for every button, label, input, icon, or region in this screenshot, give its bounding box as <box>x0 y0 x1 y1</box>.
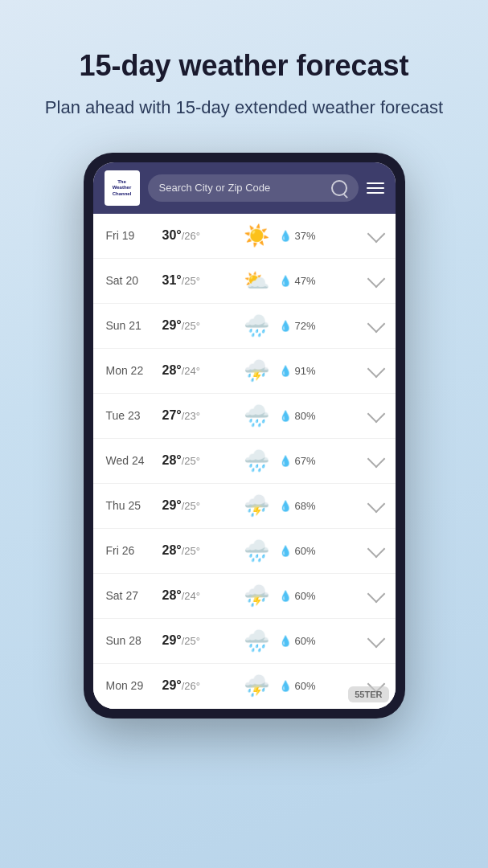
expand-chevron-icon[interactable] <box>367 405 385 424</box>
expand-chevron-icon[interactable] <box>367 270 385 289</box>
day-label: Fri 26 <box>106 544 162 557</box>
forecast-row[interactable]: Fri 26 28°/25° 🌧️ 💧 60% <box>93 529 396 574</box>
temp-low: /24° <box>182 365 200 377</box>
forecast-row[interactable]: Sat 20 31°/25° ⛅ 💧 47% <box>93 259 396 304</box>
phone-screen: The Weather Channel Search City or Zip C… <box>93 162 396 709</box>
precipitation: 💧 68% <box>279 500 370 512</box>
temp-range: 29°/26° <box>162 678 235 693</box>
search-icon <box>331 180 347 196</box>
expand-chevron-icon[interactable] <box>367 495 385 514</box>
precipitation: 💧 72% <box>279 320 370 332</box>
forecast-row[interactable]: Sun 28 29°/25° 🌧️ 💧 60% <box>93 619 396 664</box>
forecast-row[interactable]: Sat 27 28°/24° ⛈️ 💧 60% <box>93 574 396 619</box>
temp-low: /25° <box>182 320 200 332</box>
precipitation: 💧 60% <box>279 635 370 647</box>
app-header: The Weather Channel Search City or Zip C… <box>93 162 396 214</box>
page-title: 15-day weather forecast <box>71 48 416 83</box>
temp-range: 28°/24° <box>162 588 235 603</box>
temp-range: 31°/25° <box>162 273 235 288</box>
weather-list: Fri 19 30°/26° ☀️ 💧 37% Sat 20 31°/25° ⛅… <box>93 214 396 709</box>
weather-icon: ⛈️ <box>235 493 279 518</box>
weather-icon: 🌧️ <box>235 538 279 563</box>
expand-chevron-icon[interactable] <box>367 315 385 334</box>
precipitation: 💧 91% <box>279 365 370 377</box>
temp-high: 27° <box>162 408 182 422</box>
temp-low: /25° <box>182 500 200 512</box>
expand-chevron-icon[interactable] <box>367 450 385 469</box>
day-label: Sat 27 <box>106 589 162 602</box>
day-label: Thu 25 <box>106 499 162 512</box>
rain-drop-icon: 💧 <box>279 635 292 647</box>
forecast-row[interactable]: Sun 21 29°/25° 🌧️ 💧 72% <box>93 304 396 349</box>
hamburger-line <box>367 187 384 189</box>
search-bar[interactable]: Search City or Zip Code <box>148 174 359 202</box>
brand-logo: The Weather Channel <box>105 170 140 206</box>
day-label: Fri 19 <box>106 229 162 242</box>
weather-icon: 🌧️ <box>235 313 279 338</box>
temp-low: /25° <box>182 455 200 467</box>
temp-range: 28°/25° <box>162 453 235 468</box>
precipitation: 💧 60% <box>279 590 370 602</box>
temp-high: 29° <box>162 678 182 692</box>
temp-low: /24° <box>182 590 200 602</box>
temp-high: 28° <box>162 453 182 467</box>
precipitation: 💧 47% <box>279 275 370 287</box>
weather-icon: ⛈️ <box>235 583 279 608</box>
forecast-row[interactable]: Fri 19 30°/26° ☀️ 💧 37% <box>93 214 396 259</box>
day-label: Sat 20 <box>106 274 162 287</box>
watermark: 55TER <box>348 686 388 702</box>
temp-high: 31° <box>162 273 182 287</box>
precipitation: 💧 37% <box>279 230 370 242</box>
rain-drop-icon: 💧 <box>279 275 292 287</box>
temp-low: /25° <box>182 275 200 287</box>
rain-drop-icon: 💧 <box>279 410 292 422</box>
hamburger-line <box>367 192 384 194</box>
temp-high: 28° <box>162 543 182 557</box>
page-subtitle: Plan ahead with 15-day extended weather … <box>21 96 467 121</box>
weather-icon: ⛈️ <box>235 358 279 383</box>
day-label: Sun 21 <box>106 319 162 332</box>
temp-range: 27°/23° <box>162 408 235 423</box>
temp-high: 29° <box>162 633 182 647</box>
rain-drop-icon: 💧 <box>279 365 292 377</box>
temp-range: 30°/26° <box>162 228 235 243</box>
temp-range: 29°/25° <box>162 498 235 513</box>
temp-low: /26° <box>182 230 200 242</box>
expand-chevron-icon[interactable] <box>367 540 385 559</box>
temp-low: /25° <box>182 545 200 557</box>
day-label: Tue 23 <box>106 409 162 422</box>
day-label: Wed 24 <box>106 454 162 467</box>
search-placeholder: Search City or Zip Code <box>159 182 325 194</box>
rain-drop-icon: 💧 <box>279 680 292 692</box>
forecast-row[interactable]: Mon 22 28°/24° ⛈️ 💧 91% <box>93 349 396 394</box>
expand-chevron-icon[interactable] <box>367 585 385 604</box>
precipitation: 💧 60% <box>279 545 370 557</box>
temp-high: 28° <box>162 363 182 377</box>
hamburger-line <box>367 182 384 184</box>
day-label: Sun 28 <box>106 634 162 647</box>
expand-chevron-icon[interactable] <box>367 360 385 379</box>
day-label: Mon 22 <box>106 364 162 377</box>
temp-high: 30° <box>162 228 182 242</box>
precipitation: 💧 80% <box>279 410 370 422</box>
rain-drop-icon: 💧 <box>279 320 292 332</box>
forecast-row[interactable]: Thu 25 29°/25° ⛈️ 💧 68% <box>93 484 396 529</box>
weather-icon: ⛅ <box>235 268 279 293</box>
phone-mockup: The Weather Channel Search City or Zip C… <box>84 153 405 719</box>
rain-drop-icon: 💧 <box>279 590 292 602</box>
temp-high: 28° <box>162 588 182 602</box>
day-label: Mon 29 <box>106 679 162 692</box>
temp-high: 29° <box>162 318 182 332</box>
weather-icon: ☀️ <box>235 223 279 248</box>
rain-drop-icon: 💧 <box>279 455 292 467</box>
temp-range: 29°/25° <box>162 318 235 333</box>
forecast-row[interactable]: Wed 24 28°/25° 🌧️ 💧 67% <box>93 439 396 484</box>
temp-low: /26° <box>182 680 200 692</box>
expand-chevron-icon[interactable] <box>367 225 385 244</box>
menu-button[interactable] <box>367 182 384 194</box>
weather-icon: 🌧️ <box>235 403 279 428</box>
forecast-row[interactable]: Tue 23 27°/23° 🌧️ 💧 80% <box>93 394 396 439</box>
temp-range: 28°/25° <box>162 543 235 558</box>
temp-low: /25° <box>182 635 200 647</box>
expand-chevron-icon[interactable] <box>367 630 385 649</box>
